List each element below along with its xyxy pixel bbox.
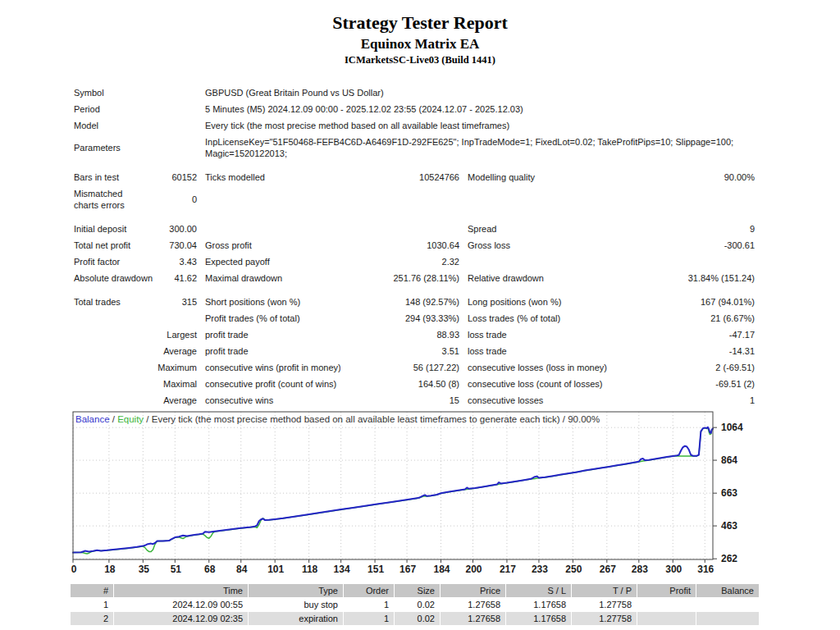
x-axis-label: 51 (171, 564, 182, 575)
column-header: Price (441, 584, 505, 597)
x-axis-label: 217 (500, 564, 516, 575)
stat-label: Profit trades (% of total) (201, 310, 340, 326)
trade-cell: 1.17658 (506, 612, 571, 625)
stat-label: Largest (153, 326, 201, 343)
summary-row: Period5 Minutes (M5) 2024.12.09 00:00 - … (70, 101, 759, 117)
stat-empty (463, 253, 628, 270)
stat-value: 294 (93.33%) (340, 310, 463, 326)
stat-label: Initial deposit (70, 221, 153, 237)
summary-row: Bars in test60152Ticks modelled10524766M… (70, 169, 759, 185)
stat-label: Loss trades (% of total) (463, 310, 628, 326)
trades-header-row: #TimeTypeOrderSizePriceS / LT / PProfitB… (71, 584, 759, 597)
summary-row: Averageconsecutive wins15consecutive los… (70, 392, 759, 409)
stat-empty (201, 221, 340, 237)
x-axis-label: 0 (71, 564, 77, 575)
table-row: 22024.12.09 02:35expiration10.021.276581… (71, 612, 759, 625)
stat-value: 167 (94.01%) (628, 294, 759, 310)
stat-value: 56 (127.22) (340, 359, 463, 376)
trade-cell (637, 612, 696, 625)
x-axis-label: 134 (334, 564, 350, 575)
trade-cell: 2024.12.09 00:55 (114, 598, 248, 611)
stat-label: Short positions (won %) (201, 294, 340, 310)
stat-empty (153, 310, 201, 326)
summary-row: Profit trades (% of total)294 (93.33%)Lo… (70, 310, 759, 326)
x-axis-label: 316 (697, 564, 714, 575)
stat-label: Profit factor (70, 253, 153, 270)
stat-value: GBPUSD (Great Britain Pound vs US Dollar… (201, 84, 759, 101)
stat-value: 0 (153, 185, 201, 213)
stat-label: Mismatched charts errors (70, 185, 153, 213)
trade-cell: buy stop (249, 598, 343, 611)
trade-cell: 1.27658 (441, 598, 505, 611)
spacer-cell (70, 162, 759, 169)
summary-row: Absolute drawdown41.62Maximal drawdown25… (70, 270, 759, 286)
stat-value: 164.50 (8) (340, 376, 463, 392)
stat-value: 15 (340, 392, 463, 409)
summary-row: SymbolGBPUSD (Great Britain Pound vs US … (70, 84, 759, 101)
stat-label: Total net profit (70, 237, 153, 253)
trade-cell: 1.27758 (572, 598, 637, 611)
chart-legend-part: Balance (75, 414, 110, 424)
stat-empty (340, 221, 463, 237)
stat-label: Bars in test (70, 169, 153, 185)
stat-label: Spread (463, 221, 628, 237)
stat-value: 88.93 (340, 326, 463, 343)
stat-label: Expected payoff (201, 253, 340, 270)
x-axis-label: 233 (532, 564, 548, 575)
stat-label: Maximum (153, 359, 201, 376)
trade-cell (637, 598, 696, 611)
column-header: Size (395, 584, 440, 597)
x-axis-label: 184 (433, 564, 450, 575)
summary-row: Maximalconsecutive profit (count of wins… (70, 376, 759, 392)
balance-chart-svg: 0183551688410111813415116718420021723325… (70, 411, 755, 577)
summary-spacer-row (70, 162, 759, 169)
column-header: Profit (637, 584, 696, 597)
stat-label: loss trade (463, 343, 628, 359)
stat-label: Symbol (70, 84, 201, 101)
stat-label: Ticks modelled (201, 169, 340, 185)
x-axis-label: 118 (302, 564, 318, 575)
stat-value: 730.04 (153, 237, 201, 253)
chart-legend: Balance / Equity / Every tick (the most … (75, 414, 600, 424)
trade-cell: 1 (344, 598, 394, 611)
column-header: Type (249, 584, 343, 597)
summary-row: Averageprofit trade3.51loss trade-14.31 (70, 343, 759, 359)
summary-row: Maximumconsecutive wins (profit in money… (70, 359, 759, 376)
summary-row: Profit factor3.43Expected payoff2.32 (70, 253, 759, 270)
summary-row: Total net profit730.04Gross profit1030.6… (70, 237, 759, 253)
x-axis-label: 84 (236, 564, 248, 575)
stat-value: 31.84% (151.24) (628, 270, 759, 286)
server-build: ICMarketsSC-Live03 (Build 1441) (0, 53, 840, 66)
summary-row: Total trades315Short positions (won %)14… (70, 294, 759, 310)
y-axis-label: 262 (721, 553, 737, 564)
x-axis-label: 300 (665, 564, 682, 575)
summary-row: ParametersInpLicenseKey="51F50468-FEFB4C… (70, 134, 759, 162)
y-axis-label: 864 (721, 454, 737, 466)
trade-cell: expiration (249, 612, 343, 625)
x-axis-label: 250 (565, 564, 582, 575)
stat-value: -14.31 (628, 343, 759, 359)
chart-legend-part: Equity (117, 414, 144, 424)
stat-empty (201, 185, 759, 213)
summary-spacer-row (70, 213, 759, 221)
stat-value: 300.00 (153, 221, 201, 237)
trade-cell: 2 (71, 612, 113, 625)
summary-row: Largestprofit trade88.93loss trade-47.17 (70, 326, 759, 343)
stat-label: profit trade (201, 326, 340, 343)
stat-value: -300.61 (628, 237, 759, 253)
stat-value: InpLicenseKey="51F50468-FEFB4C6D-A6469F1… (201, 134, 759, 162)
stat-value: 2.32 (340, 253, 463, 270)
stat-label: Modelling quality (463, 169, 628, 185)
stat-value: 9 (628, 221, 759, 237)
spacer-cell (70, 213, 759, 221)
stat-value: 2 (-69.51) (628, 359, 759, 376)
stat-value: 315 (153, 294, 201, 310)
stat-value: 10524766 (340, 169, 463, 185)
stat-label: Gross profit (201, 237, 340, 253)
stat-label: consecutive losses (463, 392, 628, 409)
stat-value: 1 (628, 392, 759, 409)
stat-label: Maximal drawdown (201, 270, 340, 286)
y-axis-label: 463 (721, 520, 737, 532)
stat-value: 60152 (153, 169, 201, 185)
stat-value: 5 Minutes (M5) 2024.12.09 00:00 - 2025.1… (201, 101, 759, 117)
